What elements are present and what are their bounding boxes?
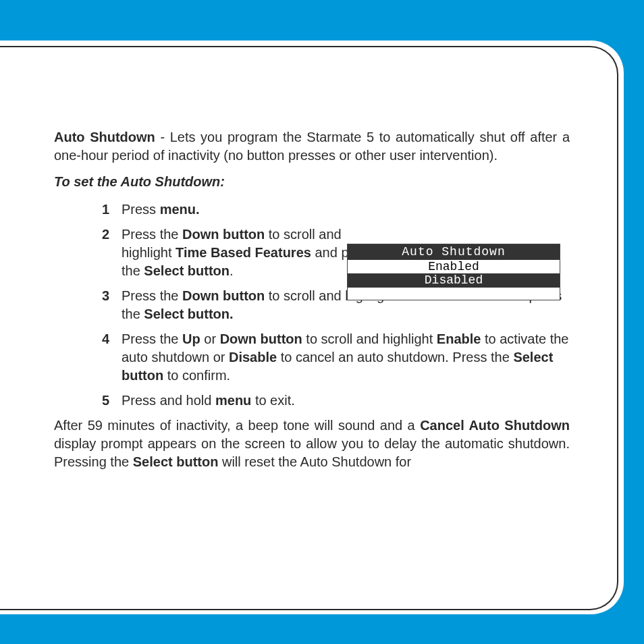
step-number: 4 — [54, 330, 122, 385]
step-text: Press the — [122, 288, 182, 303]
step-bold: Select button — [144, 263, 230, 278]
step-body: Press menu. — [122, 200, 392, 219]
step-text: to scroll and highlight — [302, 331, 437, 346]
device-screenshot: Auto Shutdown Enabled Disabled — [347, 244, 560, 300]
step-text: or — [200, 331, 220, 346]
step-number: 3 — [54, 287, 122, 323]
intro-paragraph: Auto Shutdown - Lets you program the Sta… — [54, 128, 570, 165]
screenshot-option-disabled-selected: Disabled — [348, 273, 560, 288]
step-number: 2 — [54, 225, 122, 280]
step-4: 4 Press the Up or Down button to scroll … — [54, 330, 570, 385]
step-body: Press the Up or Down button to scroll an… — [122, 330, 570, 385]
footer-bold: Select button — [133, 454, 219, 469]
step-bold: Disable — [229, 350, 277, 365]
footer-paragraph: After 59 minutes of inactivity, a beep t… — [54, 417, 570, 471]
step-bold: menu. — [160, 202, 200, 217]
step-number: 5 — [54, 392, 122, 410]
step-1: 1 Press menu. — [54, 200, 570, 219]
step-bold: Time Based Features — [176, 245, 311, 260]
intro-dash: - — [155, 130, 170, 144]
manual-page: Auto Shutdown - Lets you program the Sta… — [0, 41, 624, 614]
footer-text: will reset the Auto Shutdown for — [218, 454, 411, 469]
step-text: to cancel an auto shutdown. Press the — [277, 350, 513, 365]
step-text: to confirm. — [163, 368, 230, 383]
step-body: Press and hold menu to exit. — [122, 392, 570, 410]
step-bold: Down button — [182, 288, 265, 303]
step-text: Press — [122, 202, 160, 217]
footer-text: After 59 minutes of inactivity, a beep t… — [54, 418, 420, 433]
step-bold: Down button — [220, 331, 302, 346]
step-text: Press the — [122, 331, 182, 346]
step-5: 5 Press and hold menu to exit. — [54, 392, 570, 410]
screenshot-title: Auto Shutdown — [348, 244, 560, 260]
step-text: Press and hold — [122, 393, 215, 408]
footer-bold: Cancel Auto Shutdown — [420, 418, 570, 433]
step-text: . — [230, 263, 234, 278]
screenshot-padding — [348, 288, 560, 300]
step-bold: Up — [182, 331, 200, 346]
step-bold: menu — [215, 393, 251, 408]
step-text: Press the — [122, 227, 182, 242]
sub-heading: To set the Auto Shutdown: — [54, 174, 570, 190]
intro-title: Auto Shutdown — [54, 130, 155, 144]
step-bold: Select button. — [144, 306, 233, 321]
step-number: 1 — [54, 200, 122, 219]
step-text: to exit. — [251, 393, 294, 408]
screenshot-option-enabled: Enabled — [348, 260, 560, 274]
step-bold: Enable — [437, 331, 481, 346]
page-number: 107 — [601, 611, 632, 632]
step-bold: Down button — [182, 227, 265, 242]
